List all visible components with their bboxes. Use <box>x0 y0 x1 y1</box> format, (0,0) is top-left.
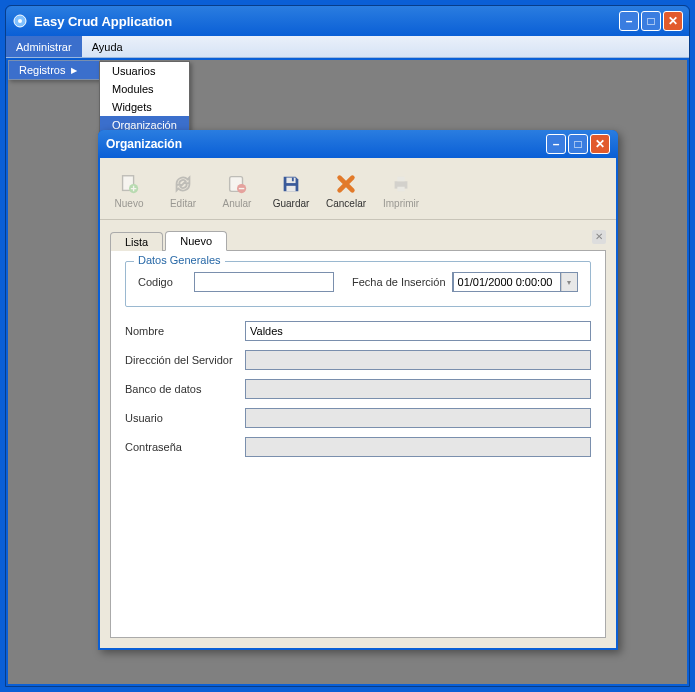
direccion-input[interactable] <box>245 350 591 370</box>
direccion-label: Dirección del Servidor <box>125 354 245 366</box>
menubar: Administrar Ayuda <box>6 36 689 58</box>
print-icon <box>389 172 413 196</box>
tab-area: Lista Nuevo ✕ Datos Generales Codigo Fec… <box>100 220 616 648</box>
toolbar-nuevo-button[interactable]: Nuevo <box>110 172 148 209</box>
minimize-button[interactable]: – <box>619 11 639 31</box>
svg-point-1 <box>18 19 22 23</box>
tab-nuevo[interactable]: Nuevo <box>165 231 227 251</box>
main-window-controls: – □ ✕ <box>619 11 683 31</box>
usuario-input[interactable] <box>245 408 591 428</box>
child-body: Nuevo Editar Anular Guardar <box>98 158 618 650</box>
toolbar-imprimir-button[interactable]: Imprimir <box>382 172 420 209</box>
svg-rect-10 <box>397 177 404 182</box>
field-grid: Nombre Dirección del Servidor Banco de d… <box>125 321 591 457</box>
toolbar-anular-button[interactable]: Anular <box>218 172 256 209</box>
save-icon <box>279 172 303 196</box>
dropdown-administrar: Registros ▶ Usuarios Modules Widgets Org… <box>8 60 100 80</box>
child-minimize-button[interactable]: – <box>546 134 566 154</box>
nombre-label: Nombre <box>125 325 245 337</box>
dropdown-item-registros[interactable]: Registros ▶ <box>9 61 99 79</box>
child-close-button[interactable]: ✕ <box>590 134 610 154</box>
void-icon <box>225 172 249 196</box>
nombre-input[interactable] <box>245 321 591 341</box>
fieldset-datos-generales: Datos Generales Codigo Fecha de Inserció… <box>125 261 591 307</box>
submenu-item-widgets[interactable]: Widgets <box>100 98 189 116</box>
child-titlebar: Organización – □ ✕ <box>98 130 618 158</box>
menu-ayuda[interactable]: Ayuda <box>82 36 133 57</box>
new-document-icon <box>117 172 141 196</box>
cancel-icon <box>334 172 358 196</box>
app-title: Easy Crud Application <box>34 14 619 29</box>
child-maximize-button[interactable]: □ <box>568 134 588 154</box>
close-button[interactable]: ✕ <box>663 11 683 31</box>
contrasena-label: Contraseña <box>125 441 245 453</box>
tab-strip: Lista Nuevo ✕ <box>110 228 606 250</box>
submenu-item-modules[interactable]: Modules <box>100 80 189 98</box>
menu-administrar[interactable]: Administrar <box>6 36 82 57</box>
chevron-right-icon: ▶ <box>71 66 77 75</box>
svg-rect-6 <box>286 178 295 184</box>
child-window-organizacion: Organización – □ ✕ Nuevo <box>98 130 618 650</box>
fecha-datetime-picker[interactable]: ▾ <box>452 272 578 292</box>
tab-close-button[interactable]: ✕ <box>592 230 606 244</box>
codigo-input[interactable] <box>194 272 334 292</box>
toolbar: Nuevo Editar Anular Guardar <box>100 158 616 220</box>
codigo-label: Codigo <box>138 276 188 288</box>
tab-page-nuevo: Datos Generales Codigo Fecha de Inserció… <box>110 250 606 638</box>
tab-lista[interactable]: Lista <box>110 232 163 251</box>
mdi-area: Registros ▶ Usuarios Modules Widgets Org… <box>6 58 689 686</box>
usuario-label: Usuario <box>125 412 245 424</box>
fieldset-legend: Datos Generales <box>134 254 225 266</box>
submenu-registros: Usuarios Modules Widgets Organización <box>99 61 190 135</box>
toolbar-guardar-button[interactable]: Guardar <box>272 172 310 209</box>
chevron-down-icon[interactable]: ▾ <box>561 273 577 291</box>
toolbar-cancelar-button[interactable]: Cancelar <box>326 172 366 209</box>
app-icon <box>12 13 28 29</box>
svg-rect-11 <box>397 187 404 192</box>
refresh-icon <box>171 172 195 196</box>
fecha-label: Fecha de Inserción <box>352 276 446 288</box>
fecha-input[interactable] <box>453 272 561 292</box>
svg-rect-8 <box>292 178 294 182</box>
svg-rect-7 <box>286 186 295 192</box>
contrasena-input[interactable] <box>245 437 591 457</box>
maximize-button[interactable]: □ <box>641 11 661 31</box>
main-titlebar: Easy Crud Application – □ ✕ <box>6 6 689 36</box>
child-title: Organización <box>106 137 546 151</box>
child-window-controls: – □ ✕ <box>546 134 610 154</box>
toolbar-editar-button[interactable]: Editar <box>164 172 202 209</box>
banco-input[interactable] <box>245 379 591 399</box>
main-window: Easy Crud Application – □ ✕ Administrar … <box>5 5 690 687</box>
banco-label: Banco de datos <box>125 383 245 395</box>
submenu-item-usuarios[interactable]: Usuarios <box>100 62 189 80</box>
